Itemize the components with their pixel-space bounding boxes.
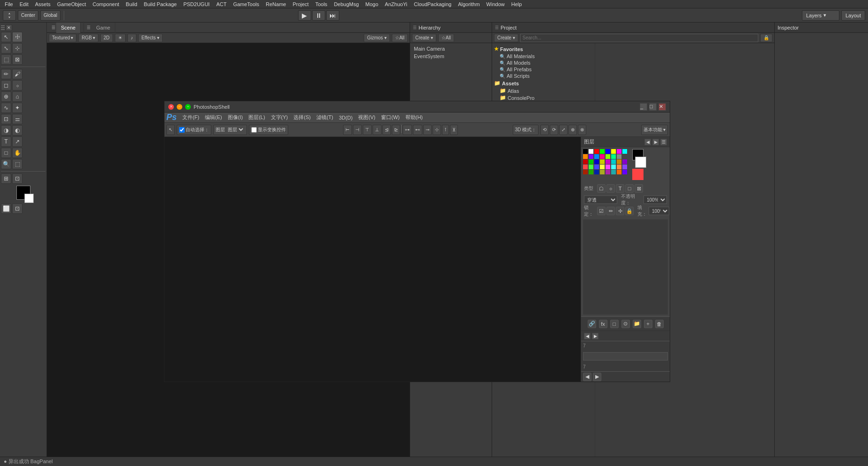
pause-button[interactable]: ⏸ (312, 10, 325, 21)
ps-close-btn[interactable]: ✕ (168, 104, 174, 110)
ps-menu-3d[interactable]: 3D(D) (336, 114, 355, 121)
color-swatch-10[interactable] (594, 154, 599, 159)
ps-align-center-h[interactable]: ⊣ (353, 125, 362, 135)
ps-3d-tool1[interactable]: ⟲ (540, 125, 549, 135)
project-create-btn[interactable]: Create ▾ (494, 34, 518, 42)
tool-rect[interactable]: ⬚ (1, 54, 11, 65)
ps-minimize-btn[interactable]: − (177, 104, 182, 110)
tool-close[interactable]: ✕ (6, 24, 12, 31)
fav-all-materials[interactable]: 🔍 All Materials (500, 53, 593, 60)
ps-menu-layer[interactable]: 图层(L) (246, 113, 268, 121)
tool-pen2[interactable]: ✋ (12, 148, 22, 158)
scene-sound-btn[interactable]: ♪ (127, 34, 136, 42)
scene-light-btn[interactable]: ☀ (115, 34, 126, 42)
tool-brush[interactable]: 🖌 (12, 69, 22, 79)
tool-shape[interactable]: □ (1, 148, 11, 158)
ps-btn-fx[interactable]: fx (599, 320, 607, 328)
ps-align-bottom[interactable]: ⊵ (392, 125, 400, 135)
ps-dist-center-h[interactable]: ⊷ (413, 125, 422, 135)
tool-fill[interactable]: ⬦ (12, 80, 22, 90)
step-button[interactable]: ⏭ (326, 10, 339, 21)
color-swatch-28[interactable] (606, 165, 610, 169)
ps-kind-pixel[interactable]: ☖ (597, 184, 606, 193)
project-lock-btn[interactable]: 🔒 (760, 34, 772, 42)
gizmos-btn[interactable]: Gizmos ▾ (364, 34, 390, 42)
hierarchy-main-camera[interactable]: Main Camera (412, 45, 490, 53)
ps-menu-file[interactable]: 文件(F) (180, 113, 202, 121)
color-swatch-18[interactable] (594, 159, 599, 164)
menu-mogo[interactable]: Mogo (363, 1, 382, 8)
fav-all-models[interactable]: 🔍 All Models (500, 60, 593, 66)
layers-dropdown[interactable]: Layers ▾ (802, 10, 839, 21)
color-swatch-7[interactable] (622, 149, 627, 154)
ps-fill-select[interactable]: 100% (649, 207, 669, 215)
ps-align-right[interactable]: ⊤ (363, 125, 372, 135)
ps-3d-tool4[interactable]: ⊕ (569, 125, 577, 135)
color-swatch-16[interactable] (583, 159, 588, 164)
menu-cloudpackaging[interactable]: CloudPackaging (411, 1, 454, 8)
ps-align-center-v[interactable]: ⊴ (382, 125, 391, 135)
ps-btn-add[interactable]: ＋ (644, 320, 652, 328)
color-swatch-35[interactable] (600, 170, 605, 174)
tool-extra4[interactable]: ⬜ (1, 203, 11, 214)
color-swatch-34[interactable] (594, 170, 599, 174)
ps-btn-mask[interactable]: □ (610, 320, 619, 328)
menu-psd2ugui[interactable]: PSD2UGUI (180, 1, 212, 8)
color-swatch-13[interactable] (611, 154, 616, 159)
color-swatch-19[interactable] (600, 159, 605, 164)
tool-move[interactable]: ↖ (1, 32, 11, 42)
project-search-input[interactable] (520, 34, 758, 42)
color-swatch-5[interactable] (611, 149, 616, 154)
color-swatch-29[interactable] (611, 165, 616, 169)
ps-maximize-btn[interactable]: + (185, 104, 191, 110)
color-swatch-12[interactable] (606, 154, 610, 159)
scene-2d-btn[interactable]: 2D (100, 34, 113, 42)
tool-extra3[interactable]: ⊡ (12, 173, 22, 184)
scene-rgb-dropdown[interactable]: RGB▾ (78, 34, 98, 42)
tool-text[interactable]: T (1, 136, 11, 147)
color-swatch-15[interactable] (622, 154, 627, 159)
ps-kind-adj[interactable]: ⟐ (606, 184, 615, 193)
menu-project[interactable]: Project (290, 1, 311, 8)
ps-menu-image[interactable]: 图像(I) (225, 113, 246, 121)
tool-eyedropper[interactable]: ⌂ (12, 91, 22, 102)
ps-lock-paint[interactable]: ✏ (606, 207, 615, 215)
tool-extra[interactable]: ⬚ (12, 159, 22, 169)
menu-window[interactable]: Window (484, 1, 508, 8)
menu-algorithm[interactable]: Algorithm (455, 1, 482, 8)
tool-zoom2[interactable]: 🔍 (1, 159, 11, 169)
ps-opacity-select[interactable]: 100% (644, 195, 667, 204)
ps-btn-min[interactable]: _ (640, 103, 647, 111)
ps-btn-adjustment[interactable]: ⊙ (621, 320, 630, 328)
color-swatch-20[interactable] (606, 159, 610, 164)
ps-lower-btn-collapse[interactable]: ◀ (583, 373, 591, 381)
tool-path-select[interactable]: ↗ (12, 136, 22, 147)
play-button[interactable]: ▶ (298, 10, 311, 21)
ps-btn-link[interactable]: 🔗 (588, 320, 596, 328)
color-swatch-25[interactable] (589, 165, 593, 169)
color-swatch-30[interactable] (617, 165, 621, 169)
ps-dist-left[interactable]: ⊹ (433, 125, 441, 135)
ps-layers-collapse[interactable]: ◀ (644, 139, 651, 145)
ps-menu-select[interactable]: 选择(S) (291, 113, 314, 121)
toolbar-rotation-global[interactable]: Global (40, 10, 60, 21)
toolbar-move-tool[interactable] (3, 10, 16, 21)
ps-3d-tool2[interactable]: ⟳ (550, 125, 558, 135)
color-swatch-33[interactable] (589, 170, 593, 174)
ps-auto-select[interactable]: 自动选择： (177, 125, 211, 135)
ps-menu-filter[interactable]: 滤镜(T) (314, 113, 336, 121)
ps-lower-btn-expand[interactable]: ▶ (593, 373, 601, 381)
ps-menu-window[interactable]: 窗口(W) (378, 113, 403, 121)
menu-edit[interactable]: Edit (17, 1, 31, 8)
ps-move-tool[interactable]: ↖ (166, 125, 175, 135)
color-swatch-21[interactable] (611, 159, 616, 164)
color-swatch-2[interactable] (594, 149, 599, 154)
ps-btn-max[interactable]: □ (649, 103, 657, 111)
scene-fx-btn[interactable]: Effects ▾ (138, 34, 163, 42)
tab-game[interactable]: Game (91, 23, 115, 33)
ps-btn-group[interactable]: 📁 (633, 320, 641, 328)
toolbar-pivot-center[interactable]: Center (18, 10, 38, 21)
color-swatch-14[interactable] (617, 154, 621, 159)
color-swatch-26[interactable] (594, 165, 599, 169)
tool-dodge[interactable]: ◑ (1, 125, 11, 135)
